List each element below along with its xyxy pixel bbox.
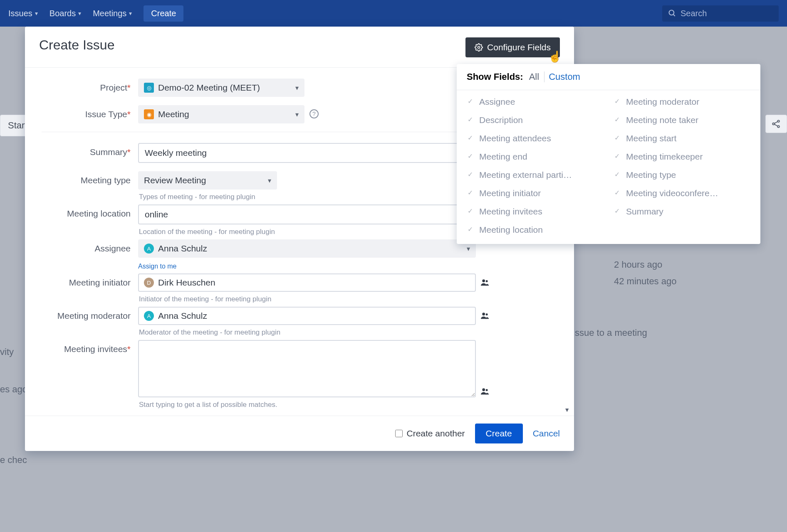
summary-input[interactable] <box>138 143 476 163</box>
show-all-link[interactable]: All <box>529 71 544 82</box>
scroll-down-icon[interactable]: ▼ <box>564 406 570 413</box>
field-toggle-meeting-timekeeper[interactable]: Meeting timekeeper <box>614 152 750 162</box>
show-custom-link[interactable]: Custom <box>549 71 580 82</box>
avatar-icon: A <box>144 311 154 321</box>
field-toggle-meeting-location[interactable]: Meeting location <box>467 225 604 235</box>
nav-create-button[interactable]: Create <box>144 5 183 22</box>
meeting-location-helper: Location of the meeting - for meeting pl… <box>138 224 476 236</box>
people-icon[interactable] <box>481 307 489 325</box>
summary-label: Summary* <box>40 143 138 157</box>
check-icon <box>467 208 474 215</box>
people-icon[interactable] <box>481 382 489 397</box>
bg-text: e chec <box>0 455 27 466</box>
cursor-icon: ☝ <box>548 50 562 63</box>
search-icon <box>668 9 676 17</box>
meeting-location-input[interactable] <box>138 204 476 224</box>
create-another-checkbox[interactable]: Create another <box>395 429 465 438</box>
meeting-invitees-helper: Start typing to get a list of possible m… <box>138 397 559 409</box>
meeting-invitees-label: Meeting invitees* <box>40 340 138 354</box>
search-input[interactable] <box>681 9 773 18</box>
field-toggle-summary[interactable]: Summary <box>614 207 750 217</box>
chevron-down-icon: ▾ <box>295 111 299 118</box>
svg-point-10 <box>482 313 485 315</box>
configure-fields-button[interactable]: Configure Fields ☝ <box>465 37 560 57</box>
nav-meetings[interactable]: Meetings ▾ <box>93 9 132 18</box>
check-icon <box>467 98 474 106</box>
assignee-select[interactable]: A Anna Schulz ▾ <box>138 239 476 258</box>
field-toggle-meeting-type[interactable]: Meeting type <box>614 170 750 180</box>
project-value: Demo-02 Meeting (MEET) <box>158 83 260 93</box>
project-select[interactable]: ◎ Demo-02 Meeting (MEET) ▾ <box>138 79 304 97</box>
cancel-button[interactable]: Cancel <box>533 429 560 438</box>
svg-point-12 <box>482 388 485 391</box>
check-icon <box>614 171 621 179</box>
nav-issues[interactable]: Issues ▾ <box>8 9 38 18</box>
field-toggle-meeting-start[interactable]: Meeting start <box>614 133 750 143</box>
dropdown-col-1: Assignee Description Meeting attendees M… <box>467 97 604 235</box>
field-toggle-meeting-note-taker[interactable]: Meeting note taker <box>614 115 750 125</box>
search-box[interactable] <box>662 5 779 22</box>
create-another-input[interactable] <box>395 430 403 437</box>
svg-point-8 <box>482 279 485 282</box>
meeting-type-select[interactable]: Review Meeting ▾ <box>138 171 277 190</box>
configure-fields-label: Configure Fields <box>487 42 551 52</box>
meeting-moderator-input[interactable]: A Anna Schulz <box>138 307 476 325</box>
field-toggle-meeting-invitees[interactable]: Meeting invitees <box>467 207 604 217</box>
configure-fields-dropdown: Show Fields: All Custom Assignee Descrip… <box>457 64 760 244</box>
check-icon <box>614 116 621 124</box>
field-meeting-moderator: Meeting moderator A Anna Schulz Moderato… <box>40 307 559 337</box>
help-icon[interactable]: ? <box>309 109 319 118</box>
meeting-invitees-input[interactable] <box>138 340 476 397</box>
field-toggle-meeting-external[interactable]: Meeting external parti… <box>467 170 604 180</box>
field-toggle-meeting-moderator[interactable]: Meeting moderator <box>614 97 750 107</box>
check-icon <box>467 116 474 124</box>
field-toggle-meeting-initiator[interactable]: Meeting initiator <box>467 188 604 198</box>
dropdown-body: Assignee Description Meeting attendees M… <box>457 90 760 244</box>
field-assignee: Assignee A Anna Schulz ▾ Assign to me <box>40 239 559 270</box>
check-icon <box>614 208 621 215</box>
modal-footer: Create another Create Cancel <box>25 416 574 451</box>
svg-line-6 <box>774 124 777 126</box>
assignee-label: Assignee <box>40 239 138 254</box>
dropdown-col-2: Meeting moderator Meeting note taker Mee… <box>614 97 750 235</box>
assignee-value: Anna Schulz <box>158 244 207 254</box>
people-icon[interactable] <box>481 273 489 292</box>
meeting-moderator-label: Meeting moderator <box>40 307 138 321</box>
issue-type-icon: ◉ <box>144 109 154 119</box>
nav-boards[interactable]: Boards ▾ <box>49 9 81 18</box>
issue-type-value: Meeting <box>158 109 189 119</box>
avatar-icon: D <box>144 278 154 288</box>
meeting-moderator-value: Anna Schulz <box>158 311 207 321</box>
field-toggle-meeting-videoconference[interactable]: Meeting videoconfere… <box>614 188 750 198</box>
meeting-type-helper: Types of meeting - for meeting plugin <box>138 190 476 201</box>
meeting-initiator-helper: Initiator of the meeting - for meeting p… <box>138 292 559 303</box>
issue-type-select[interactable]: ◉ Meeting ▾ <box>138 105 304 123</box>
field-toggle-meeting-end[interactable]: Meeting end <box>467 152 604 162</box>
share-icon <box>765 115 787 133</box>
assign-to-me-link[interactable]: Assign to me <box>138 263 176 270</box>
avatar-icon: A <box>144 244 154 254</box>
show-fields-label: Show Fields: <box>467 71 523 82</box>
field-toggle-description[interactable]: Description <box>467 115 604 125</box>
check-icon <box>467 190 474 197</box>
nav-boards-label: Boards <box>49 9 76 18</box>
svg-point-13 <box>486 389 488 391</box>
field-toggle-meeting-attendees[interactable]: Meeting attendees <box>467 133 604 143</box>
meeting-moderator-helper: Moderator of the meeting - for meeting p… <box>138 325 559 337</box>
issue-type-label: Issue Type* <box>40 105 138 119</box>
check-icon <box>467 171 474 179</box>
check-icon <box>614 135 621 142</box>
chevron-down-icon: ▾ <box>268 177 271 185</box>
check-icon <box>614 98 621 106</box>
chevron-down-icon: ▾ <box>78 10 81 17</box>
chevron-down-icon: ▾ <box>295 84 299 92</box>
project-label: Project* <box>40 79 138 93</box>
gear-icon <box>475 43 483 52</box>
svg-line-1 <box>673 15 675 16</box>
bg-text: 2 hours ago <box>614 259 662 270</box>
meeting-initiator-label: Meeting initiator <box>40 273 138 288</box>
field-toggle-assignee[interactable]: Assignee <box>467 97 604 107</box>
project-icon: ◎ <box>144 83 154 93</box>
create-button[interactable]: Create <box>475 424 523 443</box>
meeting-initiator-input[interactable]: D Dirk Heuschen <box>138 273 476 292</box>
